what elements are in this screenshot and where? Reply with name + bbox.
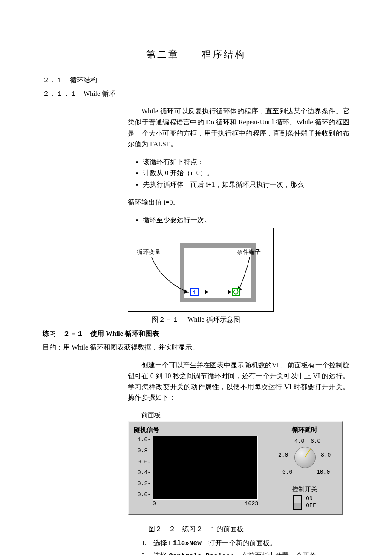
intro-paragraph-2: 创建一个可以产生并在图表中显示随机数的VI。 前面板有一个控制旋钮可在 0 到 … [128,360,349,403]
knob-tick-0: 0.0 [282,468,292,477]
ytick: 0.4- [138,468,151,477]
step-1-lead: 1. 选择 [141,539,169,546]
figure-2-1: 循环变量 条件端子 i [128,228,274,312]
switch-off-label: OFF [306,503,316,510]
step-1-menu: File»New [169,540,202,547]
xtick: 0 [153,500,156,509]
chart-plot-area [153,436,258,500]
feature-bullets: 该循环有如下特点： 计数从 0 开始（i=0）。 先执行循环体，而后 i+1，如… [128,156,349,190]
knob-tick-8: 8.0 [321,451,331,460]
svg-marker-5 [205,290,208,294]
i-terminal-letter: i [193,289,196,296]
section-2-1-1: ２．１．１ While 循环 [43,88,349,99]
step-2-menu: Controls»Boolean [169,552,234,555]
procedure-steps: 1. 选择 File»New，打开一个新的前面板。 2. 选择 Controls… [128,538,349,555]
knob-tick-4: 4.0 [294,437,304,446]
figure-2-2: 前面板 随机信号 1.0- 0.8- 0.6- 0.4- 0.2- 0.0- 0… [128,410,343,515]
switch-thumb [294,503,301,509]
figure-2-2-caption: 图２－２ 练习２－１的前面板 [43,523,349,535]
bullet-features: 该循环有如下特点： [143,156,349,168]
chart-x-axis: 0 1023 [153,500,258,509]
knob-tick-2: 2.0 [278,451,288,460]
loop-var-label: 循环变量 [137,249,161,255]
exercise-2-1-title: 练习 ２－１ 使用 While 循环和图表 [43,328,349,339]
chapter-title: 第二章 程序结构 [43,47,349,62]
figure-2-1-caption: 图２－１ While 循环示意图 [43,314,349,325]
switch-labels: ON OFF [306,495,316,510]
switch-title: 控制开关 [292,484,317,494]
chart-title: 随机信号 [134,425,259,435]
intro-paragraph-1: While 循环可以反复执行循环体的程序，直至到达某个边界条件。它类似于普通编程… [128,106,349,149]
knob-tick-10: 10.0 [317,468,330,477]
xtick: 1023 [245,500,258,509]
control-switch[interactable] [293,495,302,510]
bullet-once: 循环至少要运行一次。 [143,214,349,225]
step-2: 2. 选择 Controls»Boolean，在前面板中放置一个开关。 [128,550,349,555]
svg-marker-8 [228,290,231,294]
ytick: 1.0- [138,436,151,445]
svg-marker-1 [184,289,189,294]
knob-tick-6: 6.0 [311,437,320,446]
ytick: 0.6- [138,458,151,467]
feature-bullets-2: 循环至少要运行一次。 [128,214,349,225]
ytick: 0.0- [138,491,151,500]
chart-y-axis: 1.0- 0.8- 0.6- 0.4- 0.2- 0.0- [133,436,153,500]
while-loop-diagram: 循环变量 条件端子 i [137,237,265,305]
front-panel: 随机信号 1.0- 0.8- 0.6- 0.4- 0.2- 0.0- 0 102… [128,421,343,515]
ytick: 0.2- [138,480,151,489]
exercise-purpose: 目的：用 While 循环和图表获得数据，并实时显示。 [43,342,349,353]
knob-title: 循环延时 [292,425,317,435]
svg-rect-6 [232,288,240,296]
bullet-exec-lead: 先执行循环体，而后 i+1，如果循环只执行一次，那么 [143,179,349,190]
ytick: 0.8- [138,447,151,456]
delay-knob[interactable]: 4.0 6.0 2.0 8.0 0.0 10.0 [275,436,334,478]
switch-on-label: ON [306,495,316,503]
step-2-lead: 2. 选择 [141,552,169,555]
cond-terminal-label: 条件端子 [237,249,261,255]
front-panel-label: 前面板 [141,410,343,420]
waveform-chart: 随机信号 1.0- 0.8- 0.6- 0.4- 0.2- 0.0- 0 102… [133,425,259,510]
step-1-tail: ，打开一个新的前面板。 [202,539,277,546]
bullet-exec-tail: 循环输出值 i=0。 [128,197,349,208]
section-2-1: ２．１ 循环结构 [43,75,349,86]
bullet-count: 计数从 0 开始（i=0）。 [143,168,349,179]
step-2-tail: ，在前面板中放置一个开关。 [234,552,323,555]
step-1: 1. 选择 File»New，打开一个新的前面板。 [128,538,349,549]
